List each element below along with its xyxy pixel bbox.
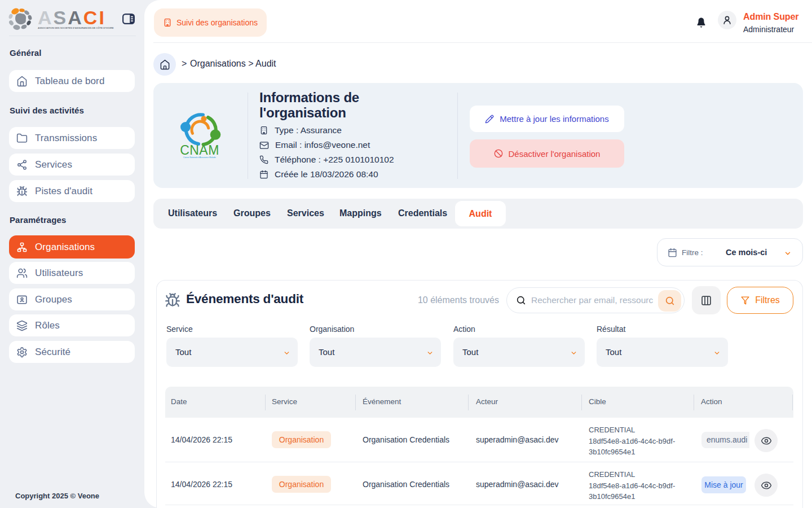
svg-text:Caisse Nationale d'Assurance M: Caisse Nationale d'Assurance Maladie xyxy=(183,156,216,159)
svg-text:CNAM: CNAM xyxy=(180,143,219,157)
